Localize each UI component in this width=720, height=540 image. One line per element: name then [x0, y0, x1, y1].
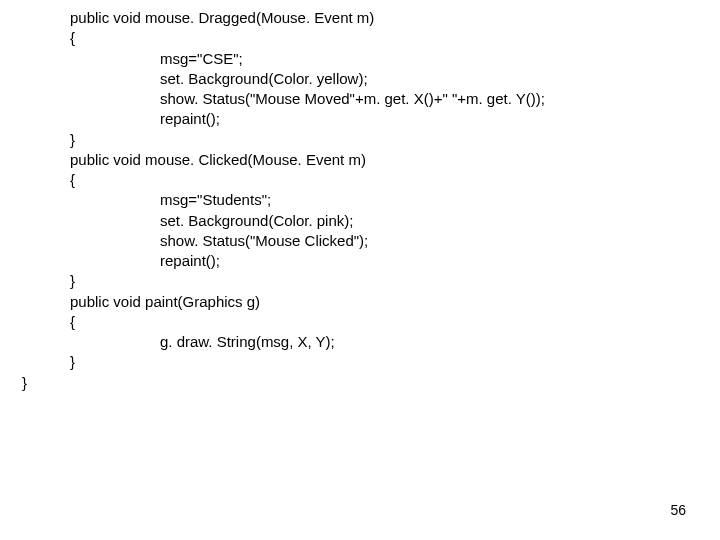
code-line: }	[0, 373, 720, 393]
code-line: }	[0, 271, 720, 291]
code-line: public void paint(Graphics g)	[0, 292, 720, 312]
code-block: public void mouse. Dragged(Mouse. Event …	[0, 8, 720, 393]
code-line: {	[0, 312, 720, 332]
code-line: repaint();	[0, 109, 720, 129]
code-line: g. draw. String(msg, X, Y);	[0, 332, 720, 352]
code-line: set. Background(Color. yellow);	[0, 69, 720, 89]
code-line: }	[0, 130, 720, 150]
code-line: }	[0, 352, 720, 372]
code-line: set. Background(Color. pink);	[0, 211, 720, 231]
code-line: public void mouse. Clicked(Mouse. Event …	[0, 150, 720, 170]
code-line: {	[0, 170, 720, 190]
code-line: show. Status("Mouse Clicked");	[0, 231, 720, 251]
code-line: msg="CSE";	[0, 49, 720, 69]
code-line: public void mouse. Dragged(Mouse. Event …	[0, 8, 720, 28]
code-line: repaint();	[0, 251, 720, 271]
page-number: 56	[670, 502, 686, 518]
code-line: msg="Students";	[0, 190, 720, 210]
code-line: show. Status("Mouse Moved"+m. get. X()+"…	[0, 89, 720, 109]
code-line: {	[0, 28, 720, 48]
